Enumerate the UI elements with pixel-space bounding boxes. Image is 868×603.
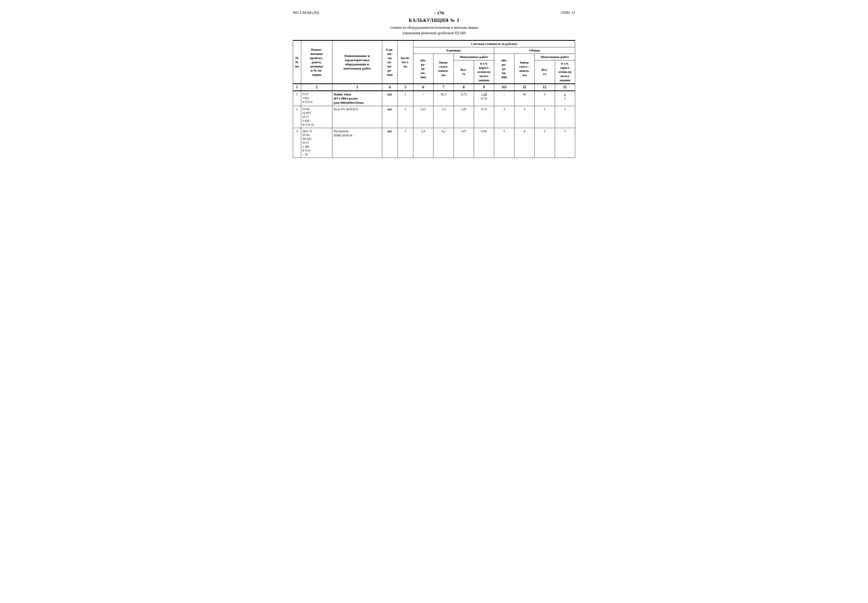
row3-qty: I xyxy=(398,128,413,158)
col-num-9: 9 xyxy=(474,84,494,91)
row2-col9: 0,73 xyxy=(474,106,494,128)
col-header-obschaya: Общая xyxy=(494,47,575,54)
row2-num: 2 xyxy=(293,106,301,128)
col-header-zavod-ed: Завод-скогомонта-жа xyxy=(433,54,453,84)
main-table-wrapper: №№пп Наиме-нованиепрейску-ранта,ценникаи… xyxy=(293,40,575,158)
page-number-center: - 170- xyxy=(319,11,560,16)
col-num-6: 6 xyxy=(413,84,433,91)
table-row: 2 I5-04 I3-053 I5-I7 I-428 8-574-55 Реле… xyxy=(293,106,575,128)
col-header-vtch-ed: в т.ч.варпл.основ.поэкспл.машин xyxy=(474,60,494,84)
row1-code: I5-I7 I-I02 8-572-4 xyxy=(301,91,332,106)
row3-col6: 5,0 xyxy=(413,128,433,158)
col-num-10: IO xyxy=(494,84,514,91)
row2-col6: 3,I5 xyxy=(413,106,433,128)
doc-number-left: 902-I-84.84 (XI) xyxy=(293,11,319,15)
col-num-7: 7 xyxy=(433,84,453,91)
row1-col8: 4,72 xyxy=(453,91,474,106)
table-row: I I5-I7 I-I02 8-572-4 Ящик типаЯУЗ 0863 … xyxy=(293,91,575,106)
column-numbers-row: 1 2 3 4 5 6 7 8 9 IO II I2 I3 xyxy=(293,84,575,91)
col-num-2: 2 xyxy=(301,84,332,91)
col-header-zavod-ob: Завод-ского –монта-жа xyxy=(514,54,534,84)
row1-num: I xyxy=(293,91,301,106)
row2-col12: I xyxy=(535,106,555,128)
row1-col11: I6 xyxy=(514,91,534,106)
doc-number-right: 19581-11 xyxy=(560,11,575,15)
col-header-num: №№пп xyxy=(293,40,301,84)
col-header-name: Наименование ихарактеристикаоборудования… xyxy=(332,40,382,84)
col-header-montaj-ed: Монтажных работ xyxy=(453,54,494,60)
row3-num: 3 xyxy=(293,128,301,158)
row1-col10: – xyxy=(494,91,514,106)
row3-col13: I xyxy=(555,128,575,158)
row3-col8: I,67 xyxy=(453,128,474,158)
col-header-oborud-ed: обо-ру-до-ва-ния xyxy=(413,54,433,84)
table-row: 3 Доп. I2 I5-04 04-543 I5-I7 I-386 8-574… xyxy=(293,128,575,158)
col-num-3: 3 xyxy=(332,84,382,91)
header-row-1: №№пп Наиме-нованиепрейску-ранта,ценникаи… xyxy=(293,40,575,47)
row1-unit: шт xyxy=(382,91,398,106)
col-header-edinicy: Единицы xyxy=(413,47,494,54)
col-header-vsego-ob: Все-го xyxy=(535,60,555,84)
row2-col13: I xyxy=(555,106,575,128)
row1-qty: I xyxy=(398,91,413,106)
col-num-4: 4 xyxy=(382,84,398,91)
row2-qty: I xyxy=(398,106,413,128)
row3-col9: 0,85 xyxy=(474,128,494,158)
row2-code: I5-04 I3-053 I5-I7 I-428 8-574-55 xyxy=(301,106,332,128)
subtitle: стоимости оборудования,изготовления и мо… xyxy=(293,25,575,36)
page-header: 902-I-84.84 (XI) - 170- 19581-11 xyxy=(293,11,575,16)
col-header-unit: Еди-ни-цаиз-ме-ре-ния xyxy=(382,40,398,84)
title-section: КАЛЬКУЛЯЦИЯ № 3 стоимости оборудования,и… xyxy=(293,18,575,36)
col-header-code: Наиме-нованиепрейску-ранта,ценникаи № по… xyxy=(301,40,332,84)
col-num-5: 5 xyxy=(398,84,413,91)
row3-name: ПускательПМЕ-IIОIО4 xyxy=(332,128,382,158)
col-header-vtch-ob: в т.ч.зарпл.основ.поэкспл.машин xyxy=(555,60,575,84)
col-num-8: 8 xyxy=(453,84,474,91)
col-header-qty: Коли-чест-во xyxy=(398,40,413,84)
row3-col10: 5 xyxy=(494,128,514,158)
row2-col8: I,I9 xyxy=(453,106,474,128)
row2-col7: 2,5 xyxy=(433,106,453,128)
row2-name: Реле РТ 40/IОУ4 xyxy=(332,106,382,128)
row1-col12: 5 xyxy=(535,91,555,106)
row2-unit: шт xyxy=(382,106,398,128)
row3-col11: 4 xyxy=(514,128,534,158)
row1-col7: I6,3 xyxy=(433,91,453,106)
row3-col7: 4,2 xyxy=(433,128,453,158)
col-header-vsego-ed: Все-го xyxy=(453,60,474,84)
row1-col13: 2 I xyxy=(555,91,575,106)
col-num-1: 1 xyxy=(293,84,301,91)
col-num-11: II xyxy=(514,84,534,91)
col-header-montaj-ob: Монтажных работ xyxy=(535,54,575,60)
col-num-12: I2 xyxy=(535,84,555,91)
row1-col6: – xyxy=(413,91,433,106)
row3-unit: шт xyxy=(382,128,398,158)
row2-col10: 3 xyxy=(494,106,514,128)
col-num-13: I3 xyxy=(555,84,575,91)
row2-col11: 3 xyxy=(514,106,534,128)
row1-col9: 1,58 0,79 xyxy=(474,91,494,106)
col-header-smeta: Сметная стоимость (в рублях) xyxy=(413,40,575,47)
col-header-oborud-ob: обо-ру-до-ва-ния xyxy=(494,54,514,84)
main-title: КАЛЬКУЛЯЦИЯ № 3 xyxy=(293,18,575,23)
row3-code: Доп. I2 I5-04 04-543 I5-I7 I-386 8-574- … xyxy=(301,128,332,158)
row1-name: Ящик типаЯУЗ 0863 разме-ром 800x600x350м… xyxy=(332,91,382,106)
main-table: №№пп Наиме-нованиепрейску-ранта,ценникаи… xyxy=(293,40,575,158)
row3-col12: 2 xyxy=(535,128,555,158)
